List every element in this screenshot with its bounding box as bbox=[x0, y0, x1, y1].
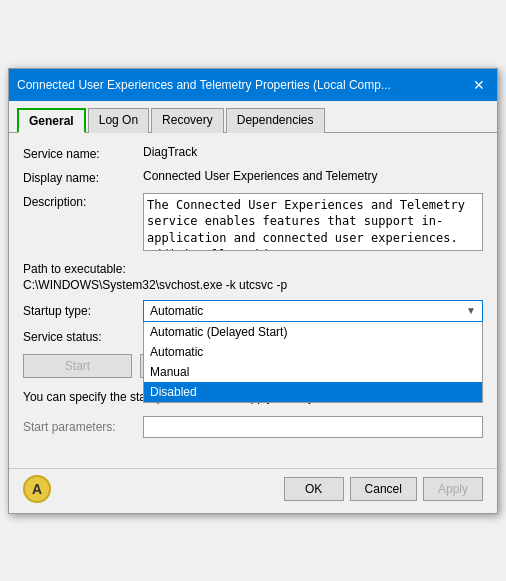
logo-icon: A bbox=[23, 475, 51, 503]
service-name-value: DiagTrack bbox=[143, 145, 483, 159]
close-button[interactable]: ✕ bbox=[469, 75, 489, 95]
bottom-buttons-bar: A OK Cancel Apply bbox=[9, 468, 497, 513]
cancel-button[interactable]: Cancel bbox=[350, 477, 417, 501]
dropdown-list: Automatic (Delayed Start) Automatic Manu… bbox=[143, 322, 483, 403]
display-name-label: Display name: bbox=[23, 169, 143, 185]
dropdown-item-manual[interactable]: Manual bbox=[144, 362, 482, 382]
window-title: Connected User Experiences and Telemetry… bbox=[17, 78, 469, 92]
app-logo: A bbox=[23, 475, 55, 503]
dropdown-item-auto-delayed[interactable]: Automatic (Delayed Start) bbox=[144, 322, 482, 342]
description-label: Description: bbox=[23, 193, 143, 209]
description-textarea[interactable] bbox=[143, 193, 483, 251]
service-status-label: Service status: bbox=[23, 330, 143, 344]
properties-window: Connected User Experiences and Telemetry… bbox=[8, 68, 498, 514]
params-row: Start parameters: bbox=[23, 416, 483, 438]
description-row: Description: bbox=[23, 193, 483, 254]
tab-content: Service name: DiagTrack Display name: Co… bbox=[9, 133, 497, 464]
start-button[interactable]: Start bbox=[23, 354, 132, 378]
params-input[interactable] bbox=[143, 416, 483, 438]
path-value: C:\WINDOWS\System32\svchost.exe -k utcsv… bbox=[23, 278, 483, 292]
path-section: Path to executable: C:\WINDOWS\System32\… bbox=[23, 262, 483, 292]
title-bar: Connected User Experiences and Telemetry… bbox=[9, 69, 497, 101]
tab-general[interactable]: General bbox=[17, 108, 86, 133]
dropdown-selected-value: Automatic bbox=[150, 304, 203, 318]
dropdown-header[interactable]: Automatic ▼ bbox=[143, 300, 483, 322]
tab-dependencies[interactable]: Dependencies bbox=[226, 108, 325, 133]
params-label: Start parameters: bbox=[23, 420, 143, 434]
display-name-row: Display name: Connected User Experiences… bbox=[23, 169, 483, 185]
dropdown-arrow-icon: ▼ bbox=[466, 305, 476, 316]
tab-recovery[interactable]: Recovery bbox=[151, 108, 224, 133]
dropdown-item-automatic[interactable]: Automatic bbox=[144, 342, 482, 362]
service-name-label: Service name: bbox=[23, 145, 143, 161]
path-label: Path to executable: bbox=[23, 262, 483, 276]
startup-type-row: Startup type: Automatic ▼ Automatic (Del… bbox=[23, 300, 483, 322]
startup-type-label: Startup type: bbox=[23, 304, 143, 318]
dropdown-item-disabled[interactable]: Disabled bbox=[144, 382, 482, 402]
ok-button[interactable]: OK bbox=[284, 477, 344, 501]
apply-button[interactable]: Apply bbox=[423, 477, 483, 501]
startup-type-dropdown[interactable]: Automatic ▼ Automatic (Delayed Start) Au… bbox=[143, 300, 483, 322]
display-name-value: Connected User Experiences and Telemetry bbox=[143, 169, 483, 183]
tab-logon[interactable]: Log On bbox=[88, 108, 149, 133]
tab-bar: General Log On Recovery Dependencies bbox=[9, 101, 497, 133]
service-name-row: Service name: DiagTrack bbox=[23, 145, 483, 161]
